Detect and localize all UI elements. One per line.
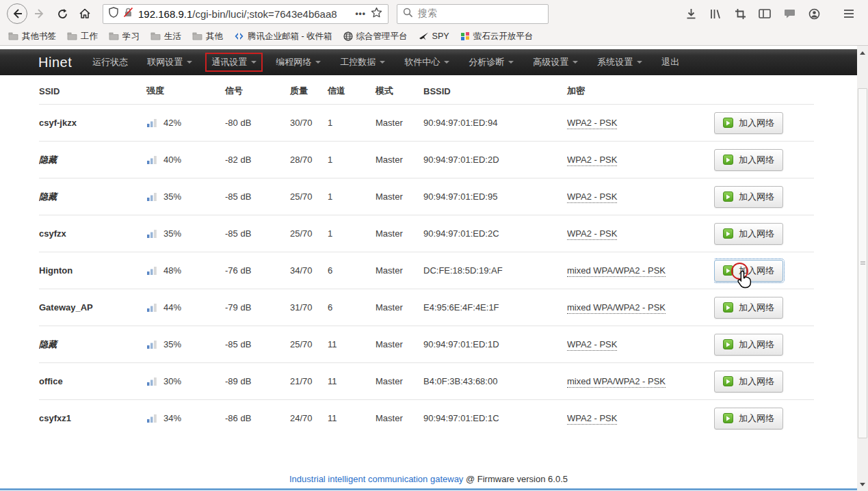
menu-hamburger-icon[interactable] <box>839 3 859 24</box>
screenshot-crop-icon[interactable] <box>730 3 750 24</box>
scrollbar-thumb[interactable] <box>858 88 867 438</box>
nav-menu-item[interactable]: 系统设置 <box>588 56 652 68</box>
bookmark-folder[interactable]: 其他 <box>187 27 228 45</box>
column-header: 强度 <box>146 79 225 105</box>
address-bar[interactable]: 192.168.9.1/cgi-bin/luci/;stok=7643e4b6a… <box>103 4 389 24</box>
column-header: 加密 <box>567 79 714 105</box>
nav-menu-item[interactable]: 分析诊断 <box>459 56 523 68</box>
nav-menu-item[interactable]: 联网设置 <box>137 56 202 68</box>
search-input[interactable]: 搜索 <box>397 4 549 24</box>
bookmark-management-platform[interactable]: 综合管理平台 <box>338 27 413 45</box>
account-icon[interactable] <box>804 3 824 24</box>
ssid-cell: 隐藏 <box>39 326 146 363</box>
table-row: Hignton 48% -76 dB 34/70 6 <box>39 252 814 289</box>
encryption-cell: mixed WPA/WPA2 - PSK <box>567 376 666 388</box>
play-icon <box>723 376 733 386</box>
play-icon <box>723 265 733 276</box>
bookmark-folder[interactable]: 其他书签 <box>3 27 62 45</box>
table-row: csyfzx 35% -85 dB 25/70 1 <box>39 215 814 252</box>
column-header: SSID <box>39 79 146 105</box>
join-network-button[interactable]: 加入网络 <box>714 149 783 171</box>
channel-cell: 6 <box>328 252 376 289</box>
quality-cell: 25/70 <box>290 326 328 363</box>
strength-value: 35% <box>163 191 181 202</box>
ssid-cell: csyf-jkzx <box>39 105 146 142</box>
join-network-button[interactable]: 加入网络 <box>714 371 783 393</box>
signal-cell: -85 dB <box>225 215 290 252</box>
page-actions-icon[interactable]: ••• <box>355 9 366 18</box>
insecure-connection-icon[interactable] <box>123 7 133 21</box>
signal-cell: -76 dB <box>225 252 290 289</box>
strength-value: 42% <box>163 118 181 128</box>
brand-logo[interactable]: Hinet <box>38 55 72 70</box>
mode-cell: Master <box>376 326 423 363</box>
back-button[interactable] <box>7 3 27 24</box>
bookmark-ezviz[interactable]: 萤石云开放平台 <box>455 27 539 45</box>
nav-menu-item[interactable]: 软件中心 <box>395 56 459 68</box>
ezviz-icon <box>460 31 470 41</box>
reload-button[interactable] <box>52 3 73 24</box>
channel-cell: 11 <box>328 326 376 363</box>
ssid-cell: Hignton <box>39 252 146 289</box>
join-network-button[interactable]: 加入网络 <box>714 223 783 245</box>
sidebar-icon[interactable] <box>754 3 775 24</box>
nav-menu-item[interactable]: 工控数据 <box>330 56 395 68</box>
quality-cell: 25/70 <box>290 178 328 215</box>
nav-menu-item[interactable]: 通讯设置 <box>205 53 263 72</box>
nav-menu-item[interactable]: 高级设置 <box>523 56 588 68</box>
quality-cell: 24/70 <box>290 400 328 437</box>
signal-strength-icon <box>146 376 157 386</box>
play-icon <box>723 413 733 423</box>
encryption-cell: WPA2 - PSK <box>567 155 617 166</box>
mode-cell: Master <box>376 178 423 215</box>
search-placeholder: 搜索 <box>418 8 437 20</box>
encryption-cell: WPA2 - PSK <box>567 339 617 351</box>
mode-cell: Master <box>376 142 423 178</box>
signal-cell: -79 dB <box>225 289 290 326</box>
home-button[interactable] <box>75 3 95 24</box>
encryption-cell: mixed WPA/WPA2 - PSK <box>567 302 666 314</box>
signal-strength-icon <box>146 265 157 276</box>
bookmark-spy[interactable]: SPY <box>413 27 455 45</box>
bookmark-folder[interactable]: 生活 <box>145 27 187 45</box>
scroll-down-arrow[interactable] <box>857 479 868 490</box>
firmware-version: @ Firmware version 6.0.5 <box>463 474 568 484</box>
channel-cell: 6 <box>328 289 376 326</box>
folder-icon <box>67 32 77 40</box>
bookmark-star-icon[interactable] <box>371 7 382 21</box>
join-network-button[interactable]: 加入网络 <box>714 408 783 429</box>
join-network-button[interactable]: 加入网络 <box>714 334 783 356</box>
join-network-button[interactable]: 加入网络 <box>714 260 783 282</box>
join-network-button[interactable]: 加入网络 <box>714 186 783 208</box>
nav-menu-item[interactable]: 编程网络 <box>266 56 330 68</box>
bookmark-folder[interactable]: 工作 <box>62 27 103 45</box>
bookmark-folder[interactable]: 学习 <box>103 27 145 45</box>
join-network-button[interactable]: 加入网络 <box>714 112 783 134</box>
gateway-link[interactable]: Industrial intelligent communication gat… <box>289 474 463 484</box>
play-icon <box>723 228 733 239</box>
channel-cell: 11 <box>328 363 376 400</box>
tracking-protection-shield-icon[interactable] <box>109 7 118 21</box>
library-icon[interactable] <box>705 3 726 24</box>
ssid-cell: csyfxz1 <box>39 400 146 437</box>
quality-cell: 31/70 <box>290 289 328 326</box>
tencent-mail-icon <box>234 32 244 40</box>
signal-cell: -85 dB <box>225 178 290 215</box>
messages-icon[interactable] <box>779 3 800 24</box>
nav-menu-item[interactable]: 运行状态 <box>83 56 137 68</box>
forward-button[interactable] <box>29 3 50 24</box>
quality-cell: 34/70 <box>290 252 328 289</box>
bssid-cell: B4:0F:3B:43:68:00 <box>423 363 567 400</box>
scroll-up-arrow[interactable] <box>857 47 868 58</box>
bookmark-tencent-mail[interactable]: 腾讯企业邮箱 - 收件箱 <box>228 27 338 45</box>
signal-strength-icon <box>146 191 157 202</box>
browser-toolbar: 192.168.9.1/cgi-bin/luci/;stok=7643e4b6a… <box>0 0 868 27</box>
vertical-scrollbar[interactable] <box>857 46 868 491</box>
join-network-button[interactable]: 加入网络 <box>714 297 783 319</box>
play-icon <box>723 118 733 128</box>
nav-menu-item[interactable]: 退出 <box>652 56 689 68</box>
bssid-cell: 90:94:97:01:ED:95 <box>423 178 567 215</box>
search-icon <box>403 8 413 21</box>
quality-cell: 30/70 <box>290 105 328 142</box>
download-icon[interactable] <box>681 3 701 24</box>
